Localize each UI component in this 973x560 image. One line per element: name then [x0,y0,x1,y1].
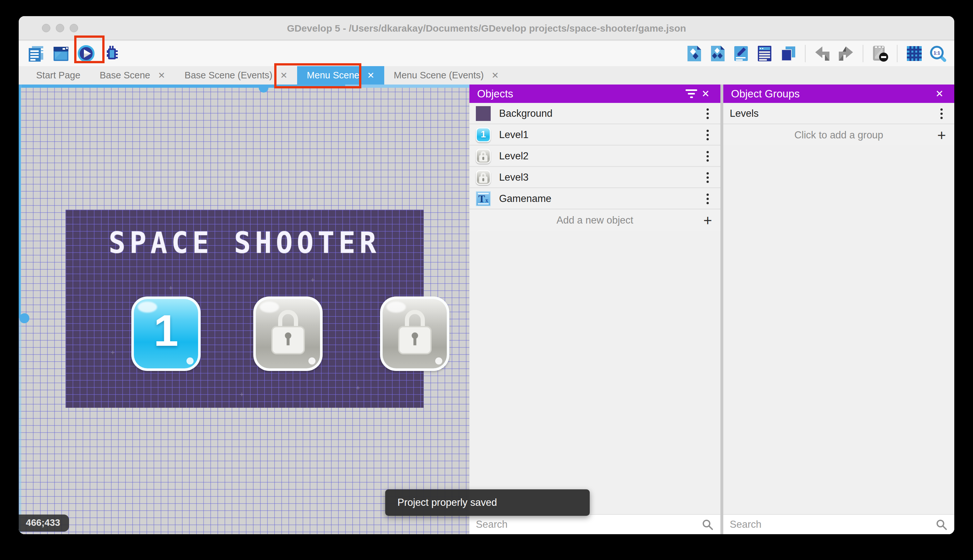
toggle-grid-button[interactable] [905,44,924,63]
objects-panel-title: Objects [477,88,513,100]
close-tab-icon[interactable]: ✕ [158,70,165,81]
add-group-row[interactable]: Click to add a group + [723,125,954,145]
tab-base-scene[interactable]: Base Scene ✕ [90,66,175,85]
object-row-level1[interactable]: 1 Level1 [470,125,720,145]
close-tab-icon[interactable]: ✕ [367,70,375,81]
add-object-row[interactable]: Add a new object + [470,210,720,231]
search-icon[interactable] [935,518,948,531]
close-panel-icon[interactable]: ✕ [698,87,713,101]
level1-instance[interactable]: 1 [131,297,201,371]
group-row-levels[interactable]: Levels [723,103,954,124]
window-border-top-handle[interactable] [259,87,268,93]
object-groups-icon [708,45,726,63]
close-tab-icon[interactable]: ✕ [280,70,287,81]
debug-button[interactable] [102,44,121,63]
tab-start-page[interactable]: Start Page [27,66,90,85]
object-menu-kebab-icon[interactable] [701,107,714,121]
lock-icon [270,310,306,354]
close-tab-icon[interactable]: ✕ [491,70,499,81]
plus-icon[interactable]: + [703,213,712,228]
project-manager-icon [27,45,45,63]
window-border-left-handle[interactable] [19,313,29,323]
filter-icon[interactable] [684,87,698,101]
game-window-top-border [345,85,470,88]
objects-panel: Objects ✕ Background 1 Level1 Level2 [470,85,720,534]
group-menu-kebab-icon[interactable] [935,107,948,121]
level3-instance[interactable] [380,297,450,371]
star-decoration: + [311,276,315,284]
background-instance[interactable]: SPACE SHOOTER + + + + + + 1 [65,210,423,408]
play-button[interactable] [77,44,95,63]
properties-button[interactable] [732,44,750,63]
editor-tabbar: Start Page Base Scene ✕ Base Scene (Even… [19,66,954,85]
play-icon [77,45,95,63]
star-decoration: + [356,384,360,392]
add-group-label: Click to add a group [730,129,948,141]
debug-icon [102,45,120,63]
tab-menu-scene-events[interactable]: Menu Scene (Events) ✕ [384,66,508,85]
star-decoration: + [240,390,244,399]
layers-icon [779,45,797,63]
tab-base-scene-events[interactable]: Base Scene (Events) ✕ [175,66,297,85]
redo-button[interactable] [836,44,855,63]
star-decoration: + [169,284,173,292]
objects-panel-header: Objects ✕ [470,85,720,103]
close-panel-icon[interactable]: ✕ [932,87,946,101]
tab-label: Menu Scene [307,70,359,81]
object-name: Gamename [499,193,701,205]
instances-list-button[interactable] [755,44,774,63]
level2-instance[interactable] [253,297,323,371]
tab-label: Start Page [36,70,80,81]
object-row-gamename[interactable]: Tx Gamename [470,189,720,209]
groups-search-bar [723,514,954,534]
project-manager-button[interactable] [27,44,45,63]
undo-button[interactable] [813,44,832,63]
open-scene-button[interactable] [52,44,70,63]
gdevelop-window: GDevelop 5 - /Users/dkarakay/Documents/G… [19,16,954,534]
object-row-level3[interactable]: Level3 [470,167,720,188]
zoom-one-to-one-button[interactable]: 1:1 [928,44,947,63]
object-menu-kebab-icon[interactable] [701,128,714,142]
object-menu-kebab-icon[interactable] [701,192,714,206]
object-menu-kebab-icon[interactable] [701,170,714,185]
gamename-text-instance[interactable]: SPACE SHOOTER [65,225,423,260]
instances-list-icon [756,45,774,63]
tab-menu-scene[interactable]: Menu Scene ✕ [297,66,384,85]
search-icon[interactable] [701,518,714,531]
deactivated-instances-icon [871,45,889,63]
window-title: GDevelop 5 - /Users/dkarakay/Documents/G… [19,16,954,40]
main-toolbar: 1:1 [19,41,954,66]
properties-icon [732,45,750,63]
window-titlebar: GDevelop 5 - /Users/dkarakay/Documents/G… [19,16,954,40]
level1-thumbnail: 1 [476,127,491,142]
object-name: Level1 [499,129,701,141]
toolbar-separator [897,45,898,62]
groups-panel-header: Object Groups ✕ [723,85,954,103]
toggle-instances-mask-button[interactable] [871,44,890,63]
object-groups-button[interactable] [708,44,727,63]
undo-icon [813,45,831,63]
object-name: Level2 [499,150,701,162]
layers-button[interactable] [779,44,798,63]
object-groups-panel: Object Groups ✕ Levels Click to add a gr… [723,85,954,534]
object-name: Background [499,108,701,119]
groups-search-input[interactable] [730,519,935,530]
lock-icon [397,310,433,354]
objects-search-input[interactable] [476,519,701,530]
object-row-background[interactable]: Background [470,103,720,124]
tab-label: Menu Scene (Events) [394,70,484,81]
cursor-coordinates-badge: 466;433 [19,515,69,532]
panel-divider[interactable] [720,85,723,534]
redo-icon [837,45,855,63]
svg-text:1:1: 1:1 [934,50,940,55]
plus-icon[interactable]: + [937,128,946,143]
text-object-thumbnail: Tx [476,191,491,206]
object-menu-kebab-icon[interactable] [701,149,714,163]
add-object-button[interactable] [685,44,703,63]
object-row-level2[interactable]: Level2 [470,146,720,167]
scene-window-icon [52,45,70,63]
level3-thumbnail [476,170,491,185]
scene-editor-canvas[interactable]: SPACE SHOOTER + + + + + + 1 [19,85,470,534]
groups-panel-title: Object Groups [731,88,800,100]
add-object-label: Add a new object [476,215,714,226]
